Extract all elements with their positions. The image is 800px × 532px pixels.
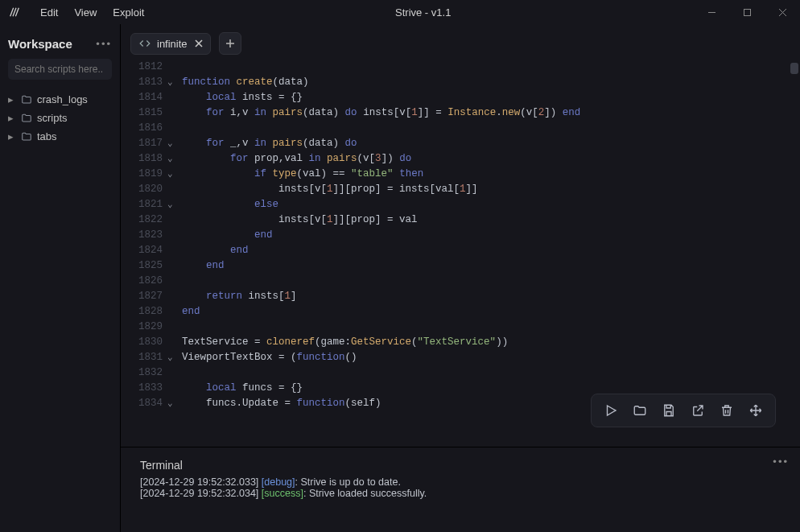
tab-label: infinite xyxy=(157,38,188,50)
fold-spacer xyxy=(167,304,182,320)
code-line[interactable] xyxy=(182,121,800,136)
code-line[interactable]: TextService = cloneref(game:GetService("… xyxy=(182,335,800,350)
code-line[interactable]: end xyxy=(182,258,800,274)
code-line[interactable]: insts[v[1]][prop] = val xyxy=(182,212,800,228)
code-line[interactable] xyxy=(182,320,800,335)
code-line[interactable] xyxy=(182,60,800,75)
search-input[interactable] xyxy=(8,59,112,80)
tab-close-icon[interactable] xyxy=(194,39,204,48)
fold-spacer xyxy=(167,381,182,396)
line-number: 1832 xyxy=(121,365,163,381)
line-number: 1834 xyxy=(121,396,163,411)
code-line[interactable]: end xyxy=(182,304,800,320)
line-number: 1829 xyxy=(121,320,163,335)
code-line[interactable] xyxy=(182,365,800,381)
scrollbar-thumb[interactable] xyxy=(790,63,798,74)
code-line[interactable]: else xyxy=(182,197,800,212)
sidebar-title: Workspace xyxy=(8,37,72,51)
fold-chevron-icon[interactable]: ⌄ xyxy=(167,75,182,90)
run-icon[interactable] xyxy=(603,402,619,419)
line-number: 1824 xyxy=(121,243,163,258)
menu-edit[interactable]: Edit xyxy=(32,3,66,22)
caret-right-icon: ▸ xyxy=(8,93,16,105)
code-line[interactable]: if type(val) == "table" then xyxy=(182,167,800,182)
menu-bar: Edit View Exploit xyxy=(32,3,152,22)
code-line[interactable]: end xyxy=(182,243,800,258)
tree-item-scripts[interactable]: ▸ scripts xyxy=(8,109,112,126)
sidebar-menu-icon[interactable]: ••• xyxy=(96,38,112,50)
fold-spacer xyxy=(167,90,182,105)
menu-view[interactable]: View xyxy=(66,3,105,22)
code-content[interactable]: function create(data) local insts = {} f… xyxy=(182,60,800,442)
fold-spacer xyxy=(167,258,182,274)
tab-bar: infinite xyxy=(121,24,800,55)
line-number: 1819 xyxy=(121,167,163,182)
fold-chevron-icon[interactable]: ⌄ xyxy=(167,167,182,182)
line-number: 1826 xyxy=(121,274,163,289)
open-folder-icon[interactable] xyxy=(632,402,648,419)
fold-chevron-icon[interactable]: ⌄ xyxy=(167,197,182,212)
line-number: 1827 xyxy=(121,289,163,304)
code-line[interactable]: for prop,val in pairs(v[3]) do xyxy=(182,151,800,167)
fold-chevron-icon[interactable]: ⌄ xyxy=(167,136,182,151)
code-editor[interactable]: 1812181318141815181618171818181918201821… xyxy=(121,55,800,442)
fold-chevron-icon[interactable]: ⌄ xyxy=(167,396,182,411)
tree-item-crash-logs[interactable]: ▸ crash_logs xyxy=(8,91,112,108)
line-number: 1814 xyxy=(121,90,163,105)
fold-spacer xyxy=(167,274,182,289)
code-line[interactable]: ViewportTextBox = (function() xyxy=(182,350,800,365)
menu-exploit[interactable]: Exploit xyxy=(105,3,152,22)
fold-spacer xyxy=(167,243,182,258)
trash-icon[interactable] xyxy=(719,402,735,419)
line-number: 1818 xyxy=(121,151,163,167)
code-line[interactable]: function create(data) xyxy=(182,75,800,90)
line-number: 1816 xyxy=(121,121,163,136)
folder-icon xyxy=(21,113,32,124)
caret-right-icon: ▸ xyxy=(8,130,16,142)
tab-infinite[interactable]: infinite xyxy=(130,33,211,55)
line-number: 1813 xyxy=(121,75,163,90)
terminal-menu-icon[interactable]: ••• xyxy=(773,456,789,468)
code-line[interactable]: for i,v in pairs(data) do insts[v[1]] = … xyxy=(182,105,800,121)
code-line[interactable] xyxy=(182,274,800,289)
terminal-title: Terminal xyxy=(140,459,781,472)
terminal-line: [2024-12-29 19:52:32.034] [success]: Str… xyxy=(140,488,781,499)
terminal-line: [2024-12-29 19:52:32.033] [debug]: Striv… xyxy=(140,476,781,488)
code-line[interactable]: return insts[1] xyxy=(182,289,800,304)
maximize-button[interactable] xyxy=(729,0,765,24)
terminal-panel: ••• Terminal [2024-12-29 19:52:32.033] [… xyxy=(121,447,800,532)
fold-spacer xyxy=(167,121,182,136)
line-number: 1833 xyxy=(121,381,163,396)
fold-column[interactable]: ⌄⌄⌄⌄⌄⌄⌄ xyxy=(167,60,182,442)
code-icon xyxy=(139,38,151,49)
close-button[interactable] xyxy=(765,0,800,24)
add-tab-button[interactable] xyxy=(219,32,241,55)
move-icon[interactable] xyxy=(748,402,764,419)
code-line[interactable]: end xyxy=(182,228,800,243)
line-number: 1820 xyxy=(121,182,163,197)
line-number-gutter: 1812181318141815181618171818181918201821… xyxy=(121,60,167,442)
line-number: 1830 xyxy=(121,335,163,350)
code-line[interactable]: local insts = {} xyxy=(182,90,800,105)
save-icon[interactable] xyxy=(661,402,677,419)
fold-chevron-icon[interactable]: ⌄ xyxy=(167,151,182,167)
fold-spacer xyxy=(167,60,182,75)
tree-item-tabs[interactable]: ▸ tabs xyxy=(8,128,112,145)
external-link-icon[interactable] xyxy=(690,402,706,419)
tree-label: tabs xyxy=(37,130,57,142)
caret-right-icon: ▸ xyxy=(8,112,16,124)
code-line[interactable]: insts[v[1]][prop] = insts[val[1]] xyxy=(182,182,800,197)
fold-spacer xyxy=(167,335,182,350)
action-bar xyxy=(591,394,776,427)
titlebar: Edit View Exploit Strive - v1.1 xyxy=(0,0,800,24)
folder-icon xyxy=(21,94,32,105)
line-number: 1825 xyxy=(121,258,163,274)
editor-scrollbar[interactable] xyxy=(790,63,798,434)
fold-chevron-icon[interactable]: ⌄ xyxy=(167,350,182,365)
code-line[interactable]: for _,v in pairs(data) do xyxy=(182,136,800,151)
minimize-button[interactable] xyxy=(694,0,729,24)
app-logo-icon xyxy=(6,4,23,20)
fold-spacer xyxy=(167,105,182,121)
line-number: 1828 xyxy=(121,304,163,320)
fold-spacer xyxy=(167,212,182,228)
